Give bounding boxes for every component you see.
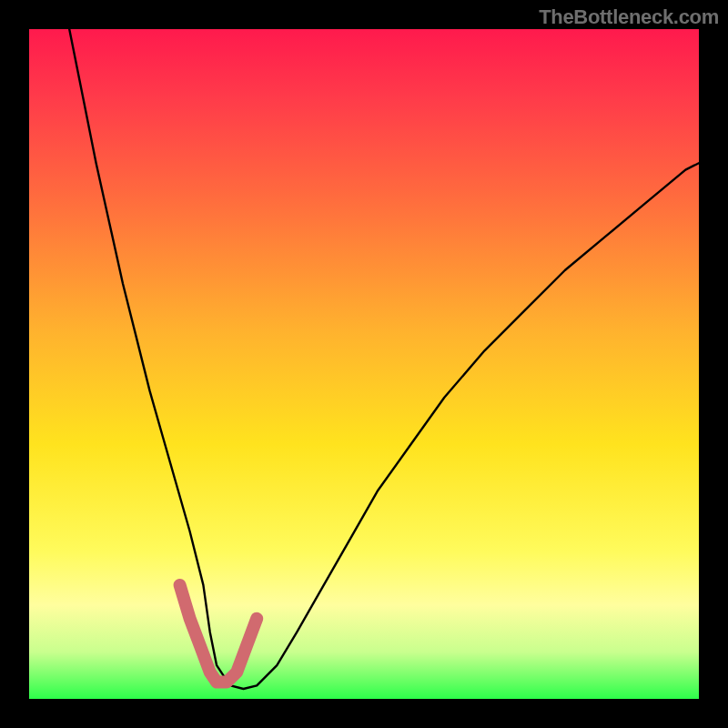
plot-area	[29, 29, 699, 699]
chart-frame: TheBottleneck.com	[0, 0, 728, 728]
attribution-watermark: TheBottleneck.com	[539, 5, 719, 29]
curves-svg	[29, 29, 699, 699]
main-curve	[69, 29, 699, 689]
